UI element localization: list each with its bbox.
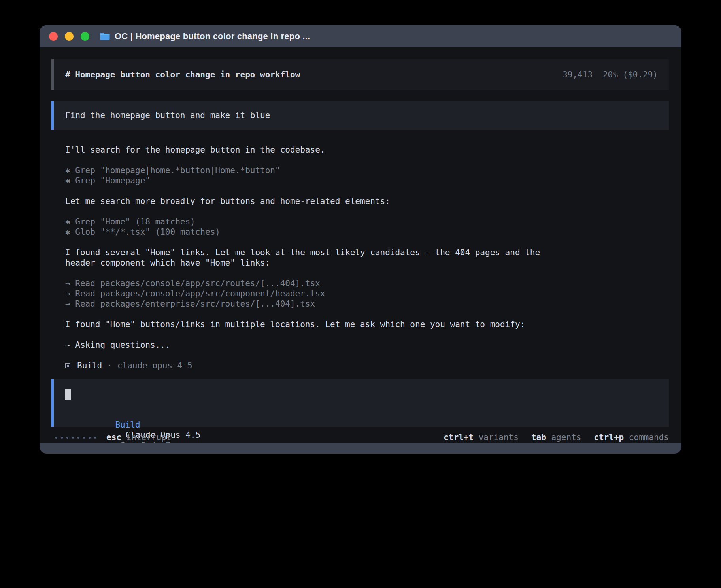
session-stats: 39,413 20% ($0.29) xyxy=(562,70,658,80)
title-group: OC | Homepage button color change in rep… xyxy=(100,31,310,41)
session-header: # Homepage button color change in repo w… xyxy=(51,59,669,90)
token-count: 39,413 xyxy=(562,70,593,80)
agent-name: Build xyxy=(77,360,102,371)
shortcut-key: ctrl+p xyxy=(594,433,624,442)
agent-status-line: Build · claude-opus-4-5 xyxy=(65,360,669,371)
window-title: OC | Homepage button color change in rep… xyxy=(115,31,310,41)
terminal-window: OC | Homepage button color change in rep… xyxy=(40,25,681,454)
dot-separator-icon: · xyxy=(107,360,112,371)
tool-call-read: → Read packages/console/app/src/componen… xyxy=(65,288,669,299)
close-button[interactable] xyxy=(49,32,58,41)
prompt-input[interactable]: Build Claude Opus 4.5 OpenCode Zen xyxy=(51,379,669,427)
zoom-button[interactable] xyxy=(81,32,89,41)
shortcut-variants: ctrl+t variants xyxy=(444,432,519,443)
active-agent-label[interactable]: Build xyxy=(115,420,140,430)
tool-call-grep: ✱ Grep "Homepage" xyxy=(65,175,669,186)
shortcut-commands: ctrl+p commands xyxy=(594,432,669,443)
build-agent-icon xyxy=(65,363,70,368)
window-titlebar[interactable]: OC | Homepage button color change in rep… xyxy=(40,25,681,47)
shortcut-label: variants xyxy=(479,433,519,442)
tool-call-read: → Read packages/console/app/src/routes/[… xyxy=(65,278,669,288)
tool-call-grep: ✱ Grep "homepage|home.*button|Home.*butt… xyxy=(65,165,669,175)
input-status-line: Build Claude Opus 4.5 OpenCode Zen xyxy=(65,409,658,420)
assistant-text: Let me search more broadly for buttons a… xyxy=(65,196,669,206)
tool-call-grep: ✱ Grep "Home" (18 matches) xyxy=(65,217,669,227)
esc-hint: esc interrupt xyxy=(106,432,171,443)
user-message: Find the homepage button and make it blu… xyxy=(51,101,669,130)
text-cursor-icon xyxy=(65,389,71,400)
shortcut-label: commands xyxy=(629,433,669,442)
shortcut-agents: tab agents xyxy=(531,432,581,443)
esc-key: esc xyxy=(106,433,121,442)
desktop-background: OC | Homepage button color change in rep… xyxy=(0,0,721,588)
spinner-dots-icon xyxy=(55,437,96,439)
conversation: I'll search for the homepage button in t… xyxy=(51,145,669,371)
status-right: ctrl+t variants tab agents ctrl+p comman… xyxy=(444,432,669,443)
assistant-text: I found "Home" buttons/links in multiple… xyxy=(65,319,669,330)
assistant-text: I found several "Home" links. Let me loo… xyxy=(65,247,669,258)
status-left: esc interrupt xyxy=(55,432,171,443)
agent-model: claude-opus-4-5 xyxy=(117,360,193,371)
folder-icon xyxy=(100,32,110,41)
traffic-lights xyxy=(49,32,89,41)
assistant-text: header component which have "Home" links… xyxy=(65,258,669,268)
shortcut-key: tab xyxy=(531,433,546,442)
minimize-button[interactable] xyxy=(65,32,74,41)
esc-label: interrupt xyxy=(126,433,172,442)
status-bar: esc interrupt ctrl+t variants tab agents… xyxy=(51,432,669,443)
assistant-text: I'll search for the homepage button in t… xyxy=(65,145,669,155)
context-usage: 20% ($0.29) xyxy=(603,70,658,80)
terminal-content: # Homepage button color change in repo w… xyxy=(40,47,681,443)
shortcut-label: agents xyxy=(551,433,581,442)
shortcut-key: ctrl+t xyxy=(444,433,474,442)
tool-call-read: → Read packages/enterprise/src/routes/[.… xyxy=(65,299,669,309)
task-status-text: ~ Asking questions... xyxy=(65,340,669,350)
session-title: # Homepage button color change in repo w… xyxy=(65,70,300,80)
tool-call-glob: ✱ Glob "**/*.tsx" (100 matches) xyxy=(65,227,669,237)
user-message-text: Find the homepage button and make it blu… xyxy=(65,110,270,121)
